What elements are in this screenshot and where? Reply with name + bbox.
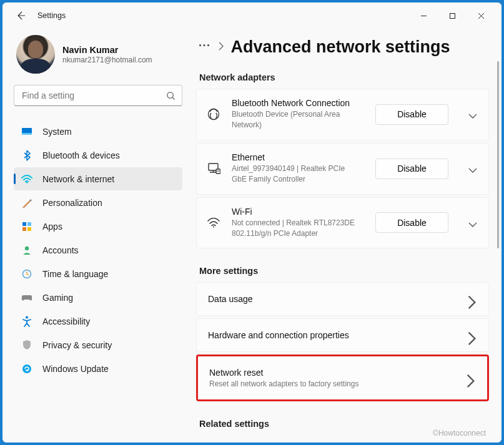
page-title: Advanced network settings	[231, 37, 450, 57]
back-button[interactable]	[15, 10, 26, 21]
svg-rect-0	[450, 13, 455, 18]
window-title: Settings	[37, 11, 66, 20]
sidebar-item-time[interactable]: Time & language	[14, 262, 182, 285]
section-adapters-head: Network adapters	[199, 72, 489, 82]
svg-point-16	[213, 226, 214, 227]
nav-label: Apps	[42, 222, 62, 232]
privacy-icon	[21, 340, 32, 351]
sidebar-item-system[interactable]: System	[14, 120, 182, 143]
titlebar: Settings	[2, 2, 502, 29]
more-title: Network reset	[209, 368, 455, 378]
svg-rect-7	[22, 227, 26, 231]
wifi-adapter-icon	[207, 216, 220, 230]
breadcrumb-overflow-button[interactable]: ···	[199, 46, 211, 49]
update-icon	[21, 363, 32, 374]
section-related-head: Related settings	[199, 419, 489, 429]
more-item-data-usage[interactable]: Data usage	[196, 282, 489, 316]
bluetooth-icon	[21, 150, 32, 161]
chevron-right-icon	[467, 374, 475, 382]
system-icon	[21, 126, 32, 137]
main-panel: ··· Advanced network settings Network ad…	[190, 29, 502, 443]
time-icon	[21, 268, 32, 280]
profile-block[interactable]: Navin Kumar nkumar2171@hotmail.com	[14, 35, 182, 74]
adapter-title: Bluetooth Network Connection	[232, 98, 359, 108]
adapter-info: Ethernet Airtel_9973940149 | Realtek PCI…	[232, 152, 364, 185]
window-controls	[409, 6, 495, 26]
nav-list: System Bluetooth & devices Network & int…	[14, 120, 182, 380]
sidebar-item-update[interactable]: Windows Update	[14, 357, 182, 380]
more-title: Hardware and connection properties	[208, 330, 457, 340]
profile-email: nkumar2171@hotmail.com	[62, 56, 152, 64]
svg-point-4	[26, 182, 27, 183]
adapter-subtitle: Not connected | Realtek RTL8723DE 802.11…	[232, 218, 359, 240]
svg-point-1	[167, 92, 173, 97]
chevron-right-icon	[468, 331, 476, 340]
svg-rect-8	[27, 227, 31, 231]
ethernet-adapter-icon	[207, 162, 220, 175]
svg-rect-5	[22, 222, 26, 226]
sidebar-item-accounts[interactable]: Accounts	[14, 238, 182, 262]
svg-point-13	[209, 109, 219, 120]
chevron-right-icon	[468, 295, 476, 303]
svg-point-12	[22, 364, 31, 373]
minimize-button[interactable]	[409, 6, 438, 26]
nav-label: Time & language	[42, 269, 108, 279]
close-button[interactable]	[467, 6, 495, 26]
disable-button[interactable]: Disable	[375, 159, 448, 179]
adapter-info: Wi-Fi Not connected | Realtek RTL8723DE …	[232, 207, 364, 240]
adapter-row-bluetooth: Bluetooth Network Connection Bluetooth D…	[196, 89, 489, 140]
nav-label: Accounts	[42, 245, 79, 255]
watermark: ©Howtoconnect	[433, 429, 486, 438]
svg-point-11	[26, 316, 28, 318]
sidebar: Navin Kumar nkumar2171@hotmail.com Syste…	[2, 29, 190, 443]
svg-rect-3	[22, 133, 32, 135]
more-info: Network reset Reset all network adapters…	[209, 368, 455, 388]
chevron-right-icon	[219, 42, 224, 53]
search-box[interactable]	[14, 85, 182, 106]
chevron-down-icon[interactable]	[468, 164, 477, 173]
profile-name: Navin Kumar	[62, 45, 152, 55]
gaming-icon	[21, 292, 32, 303]
sidebar-item-accessibility[interactable]: Accessibility	[14, 310, 182, 333]
sidebar-item-apps[interactable]: Apps	[14, 215, 182, 238]
adapter-row-wifi: Wi-Fi Not connected | Realtek RTL8723DE …	[196, 197, 489, 249]
content: Navin Kumar nkumar2171@hotmail.com Syste…	[2, 29, 502, 443]
section-more-head: More settings	[199, 266, 489, 276]
accessibility-icon	[21, 316, 32, 327]
nav-label: Windows Update	[42, 364, 109, 374]
nav-label: Personalization	[42, 198, 102, 208]
nav-label: Bluetooth & devices	[42, 150, 120, 160]
nav-label: Privacy & security	[42, 340, 112, 350]
more-info: Data usage	[208, 294, 457, 304]
adapter-subtitle: Bluetooth Device (Personal Area Network)	[232, 109, 359, 131]
more-title: Data usage	[208, 294, 457, 304]
personalization-icon	[21, 197, 32, 208]
disable-button[interactable]: Disable	[375, 212, 448, 233]
avatar	[16, 35, 55, 74]
adapter-title: Wi-Fi	[232, 207, 359, 217]
svg-point-9	[25, 246, 29, 250]
adapter-title: Ethernet	[232, 152, 359, 162]
more-item-network-reset[interactable]: Network reset Reset all network adapters…	[196, 355, 489, 401]
search-input[interactable]	[22, 90, 166, 100]
profile-text: Navin Kumar nkumar2171@hotmail.com	[62, 45, 152, 64]
sidebar-item-personalization[interactable]: Personalization	[14, 191, 182, 214]
sidebar-item-gaming[interactable]: Gaming	[14, 286, 182, 309]
nav-label: Network & internet	[42, 174, 114, 184]
adapter-info: Bluetooth Network Connection Bluetooth D…	[232, 98, 364, 131]
nav-label: Gaming	[42, 293, 73, 303]
sidebar-item-bluetooth[interactable]: Bluetooth & devices	[14, 144, 182, 167]
sidebar-item-network[interactable]: Network & internet	[14, 167, 182, 190]
chevron-down-icon[interactable]	[468, 218, 477, 227]
scrollbar[interactable]	[497, 61, 499, 443]
more-item-hardware-properties[interactable]: Hardware and connection properties	[196, 318, 489, 352]
accounts-icon	[21, 245, 32, 256]
chevron-down-icon[interactable]	[468, 110, 477, 119]
adapter-row-ethernet: Ethernet Airtel_9973940149 | Realtek PCI…	[196, 143, 489, 195]
disable-button[interactable]: Disable	[375, 104, 448, 125]
search-icon	[166, 91, 175, 100]
maximize-button[interactable]	[438, 6, 467, 26]
more-subtitle: Reset all network adapters to factory se…	[209, 379, 455, 388]
nav-label: Accessibility	[42, 316, 90, 326]
sidebar-item-privacy[interactable]: Privacy & security	[14, 333, 182, 356]
